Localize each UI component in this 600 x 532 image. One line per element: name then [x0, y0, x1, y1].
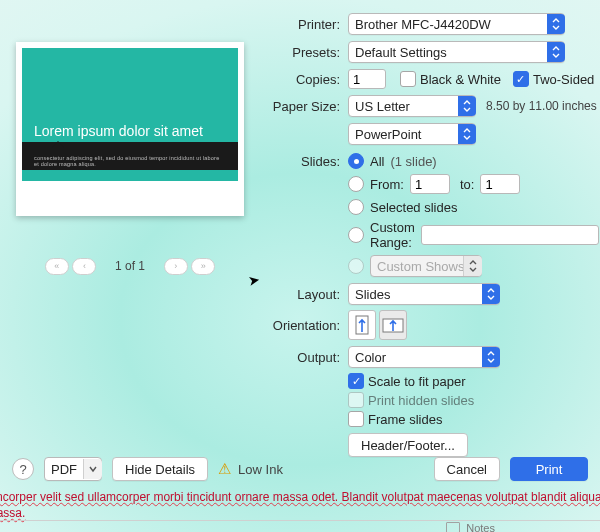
slides-from-radio[interactable] [348, 176, 364, 192]
scale-checkbox[interactable] [348, 373, 364, 389]
slides-label: Slides: [263, 154, 348, 169]
orientation-label: Orientation: [263, 318, 348, 333]
orientation-portrait-button[interactable] [348, 310, 376, 340]
two-sided-label: Two-Sided [533, 72, 594, 87]
presets-select[interactable]: Default Settings [348, 41, 565, 63]
hidden-label: Print hidden slides [368, 393, 474, 408]
status-divider [0, 520, 600, 521]
pager-next-button[interactable]: › [164, 258, 188, 275]
notes-label[interactable]: Notes [466, 522, 495, 532]
background-document-text: us ullamcorper velit sed ullamcorper mor… [0, 489, 600, 521]
updown-icon [458, 124, 476, 144]
hidden-checkbox [348, 392, 364, 408]
printer-select[interactable]: Brother MFC-J4420DW [348, 13, 565, 35]
scale-label: Scale to fit paper [368, 374, 466, 389]
updown-icon [458, 96, 476, 116]
slides-custom-radio[interactable] [348, 227, 364, 243]
help-button[interactable]: ? [12, 458, 34, 480]
slides-all-radio[interactable] [348, 153, 364, 169]
bw-checkbox[interactable] [400, 71, 416, 87]
updown-icon [547, 42, 565, 62]
pager-prev-button[interactable]: ‹ [72, 258, 96, 275]
copies-input[interactable] [348, 69, 386, 89]
slide-thumbnail: Lorem ipsum dolor sit amet consectetur a… [22, 48, 238, 210]
chevron-down-icon [83, 459, 102, 479]
slides-shows-radio [348, 258, 364, 274]
updown-icon [482, 347, 500, 367]
papersize-dims: 8.50 by 11.00 inches [486, 99, 597, 113]
updown-icon [463, 256, 482, 276]
cursor-pointer-icon: ➤ [247, 271, 262, 289]
copies-label: Copies: [263, 72, 348, 87]
pager-first-button[interactable]: « [45, 258, 69, 275]
pdf-menu[interactable]: PDF [44, 457, 102, 481]
slides-from-label: From: [370, 177, 404, 192]
custom-shows-select: Custom Shows [370, 255, 482, 277]
slide-subtitle: consectetur adipiscing elit, sed do eius… [34, 155, 226, 167]
slide-title: Lorem ipsum dolor sit amet [34, 123, 203, 139]
warning-icon: ⚠︎ [218, 460, 231, 478]
app-module-select[interactable]: PowerPoint [348, 123, 476, 145]
layout-select[interactable]: Slides [348, 283, 500, 305]
frame-label: Frame slides [368, 412, 442, 427]
slides-from-input[interactable] [410, 174, 450, 194]
preview-pager: « ‹ 1 of 1 › » [16, 258, 244, 275]
hide-details-button[interactable]: Hide Details [112, 457, 208, 481]
slides-custom-label: Custom Range: [370, 220, 415, 250]
papersize-select[interactable]: US Letter [348, 95, 476, 117]
page-counter: 1 of 1 [100, 259, 160, 273]
slides-all-label: All [370, 154, 384, 169]
slides-selected-radio[interactable] [348, 199, 364, 215]
slides-to-label: to: [460, 177, 474, 192]
cancel-button[interactable]: Cancel [434, 457, 500, 481]
low-ink-label: Low Ink [238, 462, 283, 477]
updown-icon [547, 14, 565, 34]
frame-checkbox[interactable] [348, 411, 364, 427]
slides-custom-input[interactable] [421, 225, 599, 245]
output-select[interactable]: Color [348, 346, 500, 368]
slides-selected-label: Selected slides [370, 200, 457, 215]
orientation-landscape-button[interactable] [379, 310, 407, 340]
two-sided-checkbox[interactable] [513, 71, 529, 87]
slides-to-input[interactable] [480, 174, 520, 194]
pager-last-button[interactable]: » [191, 258, 215, 275]
updown-icon [482, 284, 500, 304]
notes-icon[interactable] [446, 522, 460, 532]
bw-label: Black & White [420, 72, 501, 87]
slides-all-count: (1 slide) [390, 154, 436, 169]
presets-label: Presets: [263, 45, 348, 60]
print-preview: Lorem ipsum dolor sit amet consectetur a… [16, 42, 244, 216]
layout-label: Layout: [263, 287, 348, 302]
output-label: Output: [263, 350, 348, 365]
papersize-label: Paper Size: [263, 99, 348, 114]
print-button[interactable]: Print [510, 457, 588, 481]
printer-label: Printer: [263, 17, 348, 32]
